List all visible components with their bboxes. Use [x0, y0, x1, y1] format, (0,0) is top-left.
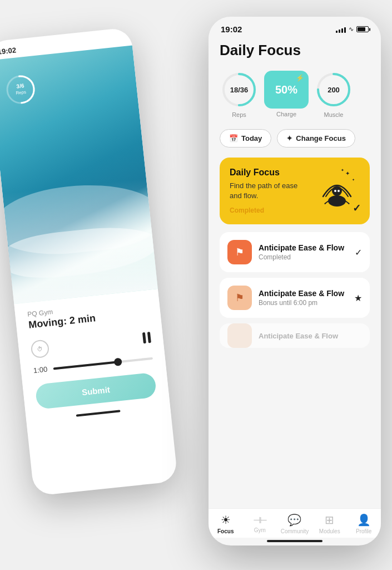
progress-slider[interactable]	[53, 357, 153, 370]
modules-icon: ⊞	[325, 513, 334, 527]
nav-focus[interactable]: ☀ Focus	[212, 513, 239, 534]
slider-time: 1:00	[33, 365, 49, 375]
item-content-2: Anticipate Ease & Flow Bonus until 6:00 …	[259, 289, 348, 307]
item-action-1: ✓	[355, 247, 362, 258]
timer-icon[interactable]: ⏱	[30, 339, 49, 358]
pause-button[interactable]	[142, 332, 151, 343]
list-item-partial: Anticipate Ease & Flow	[220, 323, 370, 348]
community-icon: 💬	[287, 513, 301, 527]
svg-point-14	[338, 190, 340, 192]
home-indicator	[76, 410, 121, 416]
nav-profile[interactable]: 👤 Profile	[350, 513, 377, 534]
svg-text:✦: ✦	[341, 168, 344, 172]
stat-charge: ⚡ 50% Charge	[264, 71, 309, 117]
calendar-icon: 📅	[229, 134, 238, 142]
bottom-navigation: ☀ Focus ⊣⊢ Gym 💬 Community ⊞ Modules 👤 P…	[209, 508, 381, 538]
filter-buttons: 📅 Today ✦ Change Focus	[220, 129, 370, 148]
svg-text:✦: ✦	[345, 170, 350, 176]
phone-foreground: 19:02 ∿ Daily Focus	[209, 17, 381, 546]
svg-text:✦: ✦	[352, 178, 355, 181]
svg-point-11	[328, 195, 346, 207]
stats-row: 18/36 Reps ⚡ 50% Charge	[220, 70, 370, 118]
nav-gym[interactable]: ⊣⊢ Gym	[246, 515, 273, 533]
item-title-2: Anticipate Ease & Flow	[259, 289, 348, 298]
reps-label: Reps	[232, 111, 246, 118]
completed-checkmark: ✓	[353, 202, 361, 214]
phone-background: 19:02 3/6 Reps PQ Gym Moving: 2 min ⏱	[0, 27, 178, 497]
stat-reps: 18/36 Reps	[220, 70, 259, 118]
nav-gym-label: Gym	[254, 527, 266, 533]
charge-label: Charge	[276, 111, 296, 117]
wifi-icon: ∿	[349, 26, 354, 33]
partial-icon	[227, 323, 252, 348]
profile-icon: 👤	[357, 513, 371, 527]
status-icons: ∿	[336, 26, 369, 33]
change-focus-button[interactable]: ✦ Change Focus	[277, 129, 355, 148]
status-time: 19:02	[221, 24, 242, 34]
nav-community[interactable]: 💬 Community	[281, 513, 309, 534]
item-icon-2: ⚑	[227, 286, 252, 310]
settings-icon: ✦	[286, 134, 292, 142]
change-focus-label: Change Focus	[296, 134, 346, 142]
nav-modules-label: Modules	[319, 528, 340, 534]
card-status: Completed	[230, 207, 360, 214]
flag-icon-1: ⚑	[235, 246, 244, 258]
charge-value: 50%	[275, 83, 297, 96]
today-label: Today	[241, 134, 262, 142]
page-title: Daily Focus	[220, 42, 370, 59]
back-time: 19:02	[0, 46, 17, 56]
reps-value: 18/36	[230, 86, 249, 94]
controls-row: ⏱	[30, 328, 151, 358]
slider-row: 1:00	[33, 354, 153, 375]
today-button[interactable]: 📅 Today	[220, 129, 271, 148]
card-illustration: ✦ ✦ ✦	[312, 163, 362, 208]
main-content: Daily Focus 18/36 Reps	[209, 37, 381, 508]
nav-profile-label: Profile	[356, 528, 371, 534]
submit-button[interactable]: Submit	[35, 372, 157, 410]
list-item[interactable]: ⚑ Anticipate Ease & Flow Completed ✓	[220, 232, 370, 272]
back-content: PQ Gym Moving: 2 min ⏱ 1:00 Submit	[14, 289, 171, 433]
bolt-icon: ⚡	[296, 74, 304, 82]
muscle-label: Muscle	[324, 111, 344, 118]
daily-focus-card[interactable]: Daily Focus Find the path of ease and fl…	[220, 158, 370, 224]
nav-modules[interactable]: ⊞ Modules	[316, 513, 343, 534]
stat-muscle: 200 Muscle	[314, 70, 353, 118]
svg-text:Reps: Reps	[16, 90, 27, 96]
battery-icon	[356, 26, 369, 32]
svg-point-12	[332, 186, 342, 196]
svg-point-13	[334, 190, 336, 192]
card-description: Find the path of ease and flow.	[230, 181, 307, 201]
item-title-1: Anticipate Ease & Flow	[259, 243, 348, 252]
muscle-value: 200	[328, 86, 340, 94]
gym-icon: ⊣⊢	[253, 515, 266, 525]
partial-text: Anticipate Ease & Flow	[259, 332, 338, 340]
svg-text:3/6: 3/6	[16, 82, 24, 89]
nav-community-label: Community	[281, 528, 309, 534]
nav-focus-label: Focus	[217, 528, 234, 534]
item-subtitle-1: Completed	[259, 253, 348, 261]
item-content-1: Anticipate Ease & Flow Completed	[259, 243, 348, 261]
reps-circle: 3/6 Reps	[2, 71, 39, 108]
signal-icon	[336, 26, 346, 33]
item-action-2: ★	[354, 293, 362, 303]
home-indicator	[267, 540, 322, 542]
item-subtitle-2: Bonus until 6:00 pm	[259, 299, 348, 307]
focus-icon: ☀	[221, 513, 231, 527]
item-icon-1: ⚑	[227, 240, 252, 264]
status-bar: 19:02 ∿	[209, 17, 381, 37]
flag-icon-2: ⚑	[235, 292, 244, 304]
ocean-image: 3/6 Reps	[0, 45, 158, 304]
list-item[interactable]: ⚑ Anticipate Ease & Flow Bonus until 6:0…	[220, 278, 370, 318]
